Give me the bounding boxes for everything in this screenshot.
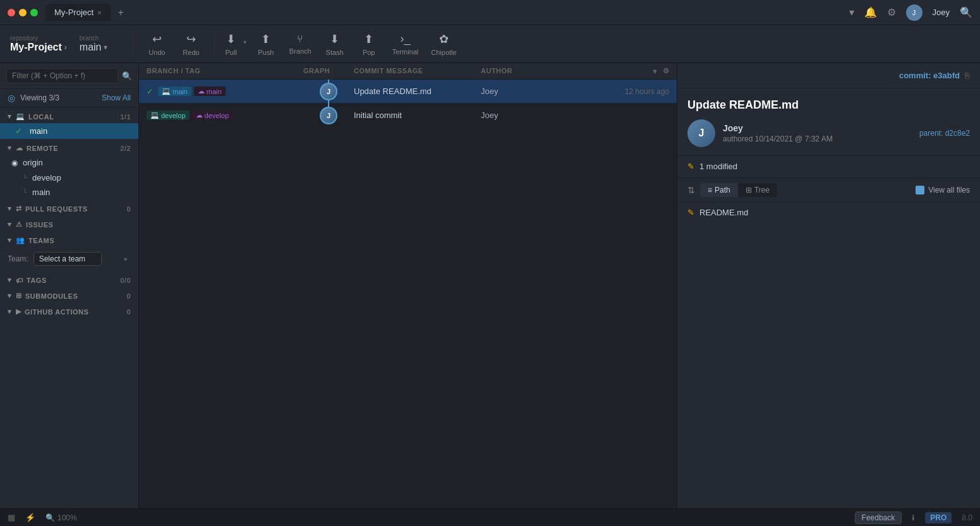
pop-icon: ⬆: [364, 32, 373, 46]
origin-icon: ◉: [11, 158, 18, 167]
pro-badge[interactable]: PRO: [925, 512, 952, 523]
sidebar: 🔍 ◎ Viewing 3/3 Show All ▾ 💻 LOCAL 1/1 ✓…: [0, 63, 139, 508]
remote-section-header[interactable]: ▾ ☁ REMOTE 2/2: [0, 139, 138, 155]
pull-button[interactable]: ⬇ Pull: [221, 30, 240, 59]
pop-button[interactable]: ⬆ Pop: [352, 30, 386, 59]
tags-count: 0/0: [120, 277, 131, 284]
path-view-button[interactable]: ≡ Path: [700, 183, 738, 197]
push-button[interactable]: ⬆ Push: [249, 30, 283, 59]
commit-hash-label: commit: e3abfd: [899, 71, 960, 80]
tab-bar: My-Project × +: [45, 4, 849, 21]
filter-input[interactable]: [6, 68, 118, 83]
author-name: Joey: [723, 123, 912, 133]
filter-icon[interactable]: ▼: [651, 68, 658, 75]
github-actions-count: 0: [126, 308, 131, 316]
submodules-section-header[interactable]: ▾ ⊞ SUBMODULES 0: [0, 287, 138, 302]
submodules-count: 0: [126, 292, 131, 300]
statusbar-network-icon[interactable]: ⚡: [25, 513, 35, 522]
feedback-info-icon: ℹ: [912, 513, 915, 522]
repo-name-button[interactable]: My-Project ›: [10, 42, 67, 53]
show-all-button[interactable]: Show All: [102, 93, 131, 102]
settings-icon[interactable]: ⚙: [663, 67, 670, 75]
copy-icon[interactable]: ⎘: [965, 71, 970, 80]
search-icon[interactable]: 🔍: [960, 6, 972, 18]
close-button[interactable]: [8, 9, 15, 16]
filter-search-icon: 🔍: [122, 71, 132, 81]
tab-my-project[interactable]: My-Project ×: [45, 4, 111, 21]
branch-label: branch: [80, 35, 108, 42]
table-row[interactable]: ✓ 💻 main ☁ main J: [139, 80, 677, 104]
team-select[interactable]: Select a team: [33, 252, 102, 266]
toolbar-divider-1: [133, 32, 133, 57]
parent-info: parent: d2c8e2: [919, 129, 970, 138]
commit-graph-1: J: [303, 80, 354, 104]
remote-icon: ☁: [16, 144, 23, 152]
feedback-button[interactable]: Feedback: [855, 511, 902, 524]
sidebar-item-develop-remote[interactable]: └ develop: [0, 170, 138, 185]
view-all-label: View all files: [928, 186, 970, 194]
branch-icon: ⑂: [297, 33, 303, 45]
undo-button[interactable]: ↩ Undo: [140, 30, 174, 59]
branch-name-button[interactable]: main ▾: [80, 42, 108, 53]
list-item[interactable]: ✎ README.md: [677, 203, 980, 222]
sidebar-item-main-local[interactable]: ✓ main: [0, 123, 138, 139]
remote-collapse-icon: ▾: [8, 144, 12, 152]
redo-button[interactable]: ↪ Redo: [174, 30, 208, 59]
author-details: Joey authored 10/14/2021 @ 7:32 AM: [723, 123, 912, 143]
viewing-bar: ◎ Viewing 3/3 Show All: [0, 89, 138, 107]
pull-button-group: ⬇ Pull ▾: [221, 30, 248, 59]
view-all-checkbox[interactable]: [916, 186, 924, 194]
toolbar-divider-2: [214, 32, 215, 57]
fullscreen-button[interactable]: [30, 9, 38, 16]
issues-section-header[interactable]: ▾ ⚠ ISSUES: [0, 215, 138, 231]
avatar: J: [906, 4, 923, 21]
pull-icon: ⬇: [226, 32, 236, 46]
terminal-label: Terminal: [392, 48, 419, 56]
branch-button[interactable]: ⑂ Branch: [283, 31, 318, 57]
sidebar-item-origin[interactable]: ◉ origin: [0, 155, 138, 170]
local-section-header[interactable]: ▾ 💻 LOCAL 1/1: [0, 107, 138, 123]
modified-section: ✎ 1 modified: [677, 155, 980, 178]
path-icon: ≡: [708, 186, 712, 194]
terminal-button[interactable]: ›_ Terminal: [386, 30, 425, 58]
version-number: 8.0: [962, 513, 972, 522]
file-controls: ⇅ ≡ Path ⊞ Tree View all files: [677, 178, 980, 203]
undo-icon: ↩: [152, 32, 162, 46]
view-all-files-control: View all files: [916, 186, 970, 194]
local-collapse-icon: ▾: [8, 112, 12, 121]
sort-icon[interactable]: ⇅: [687, 185, 695, 195]
minimize-button[interactable]: [19, 9, 27, 16]
remote-count: 2/2: [120, 145, 131, 152]
col-message-header: COMMIT MESSAGE: [354, 67, 481, 75]
remote-label: REMOTE: [27, 145, 58, 152]
tab-close-icon[interactable]: ×: [97, 9, 101, 16]
commit-author-1: Joey: [481, 87, 576, 96]
sidebar-item-main-remote[interactable]: └ main: [0, 185, 138, 200]
main-remote-label: main: [32, 188, 50, 197]
pull-requests-section-header[interactable]: ▾ ⇄ PULL REQUESTS 0: [0, 200, 138, 215]
redo-label: Redo: [183, 49, 199, 56]
github-actions-section-header[interactable]: ▾ ▶ GITHUB ACTIONS 0: [0, 302, 138, 318]
terminal-icon: ›_: [400, 32, 410, 45]
gear-icon[interactable]: ⚙: [887, 6, 896, 18]
commit-author-row: J Joey authored 10/14/2021 @ 7:32 AM par…: [687, 119, 970, 147]
team-row: Team: Select a team ▾: [0, 247, 138, 271]
commit-message-1: Update README.md: [354, 87, 481, 96]
tags-section-header[interactable]: ▾ 🏷 TAGS 0/0: [0, 271, 138, 287]
pull-dropdown-arrow[interactable]: ▾: [241, 36, 249, 48]
new-tab-button[interactable]: +: [113, 4, 129, 21]
bell-icon[interactable]: 🔔: [864, 6, 877, 18]
col-author-header: AUTHOR: [481, 67, 576, 75]
toolbar: repository My-Project › branch main ▾ ↩ …: [0, 25, 980, 63]
stash-button[interactable]: ⬇ Stash: [318, 30, 352, 59]
table-row[interactable]: 💻 develop ☁ develop J Initial commit: [139, 104, 677, 128]
statusbar-grid-icon[interactable]: ▦: [8, 513, 15, 522]
dropdown-icon[interactable]: ▾: [849, 6, 854, 18]
teams-section-header[interactable]: ▾ 👥 TEAMS: [0, 231, 138, 247]
zoom-icon[interactable]: 🔍: [45, 513, 55, 522]
statusbar: ▦ ⚡ 🔍 100% Feedback ℹ PRO 8.0: [0, 508, 980, 526]
col-graph-header: GRAPH: [303, 67, 354, 75]
chipotle-button[interactable]: ✿ Chipotle: [425, 30, 463, 59]
tree-view-button[interactable]: ⊞ Tree: [738, 183, 777, 197]
develop-remote-icon: └: [23, 174, 27, 181]
